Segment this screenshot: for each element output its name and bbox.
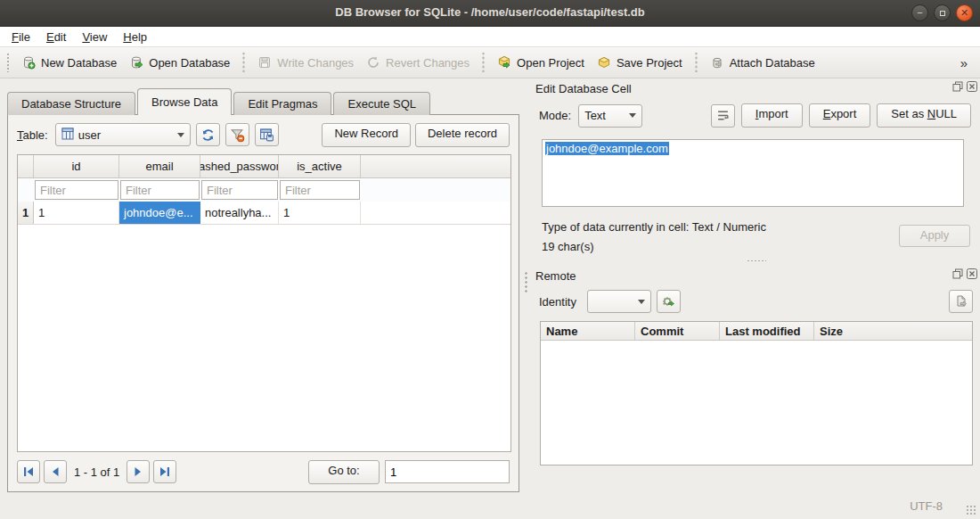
remote-files-table: Name Commit Last modified Size xyxy=(540,321,973,465)
filter-input-hashed-password[interactable] xyxy=(201,180,278,200)
resize-grip[interactable] xyxy=(966,505,976,515)
tab-database-structure[interactable]: Database Structure xyxy=(7,92,135,115)
apply-button: Apply xyxy=(899,225,970,247)
open-database-button[interactable]: Open Database xyxy=(123,52,236,73)
filter-cell xyxy=(119,179,200,201)
column-header-hashed-password[interactable]: ashed_passwor xyxy=(200,155,279,177)
first-page-button[interactable] xyxy=(17,460,40,483)
maximize-button[interactable] xyxy=(934,4,951,21)
filter-cell xyxy=(34,179,119,201)
new-database-button[interactable]: New Database xyxy=(15,52,123,73)
push-database-button[interactable] xyxy=(949,290,973,313)
menu-edit[interactable]: Edit xyxy=(38,29,74,45)
pagination-bar: 1 - 1 of 1 Go to: xyxy=(17,459,510,484)
tab-browse-data[interactable]: Browse Data xyxy=(137,88,232,115)
remote-column-last-modified[interactable]: Last modified xyxy=(720,322,814,340)
selected-cell-text: johndoe@example.com xyxy=(545,142,669,155)
remote-column-name[interactable]: Name xyxy=(541,322,635,340)
row-header[interactable]: 1 xyxy=(18,202,34,224)
revert-changes-button: Revert Changes xyxy=(360,52,476,73)
goto-button[interactable]: Go to: xyxy=(308,460,380,484)
horizontal-splitter[interactable] xyxy=(532,257,980,264)
toolbar-separator xyxy=(482,53,485,72)
revert-changes-icon xyxy=(366,55,380,70)
next-page-button[interactable] xyxy=(127,460,150,483)
import-button[interactable]: Import xyxy=(741,103,803,128)
titlebar[interactable]: DB Browser for SQLite - /home/user/code/… xyxy=(0,0,980,27)
cell-email-selected[interactable]: johndoe@e... xyxy=(119,202,200,224)
cell-value-editor[interactable]: johndoe@example.com xyxy=(542,139,964,207)
chevron-down-icon xyxy=(638,300,645,304)
write-changes-button: Write Changes xyxy=(251,52,360,73)
last-page-button[interactable] xyxy=(153,460,176,483)
cell-hashed-password[interactable]: notreallyha... xyxy=(200,202,279,224)
edit-cell-title: Edit Database Cell xyxy=(535,82,632,95)
menu-view[interactable]: View xyxy=(74,29,115,45)
vertical-splitter[interactable] xyxy=(522,268,529,298)
identity-settings-button[interactable] xyxy=(657,290,681,313)
menu-file[interactable]: File xyxy=(4,29,38,45)
toolbar-drag-handle[interactable] xyxy=(6,53,11,72)
attach-database-button[interactable]: Attach Database xyxy=(704,52,821,73)
identity-select[interactable] xyxy=(587,290,651,313)
filter-cell xyxy=(200,179,279,201)
new-record-button[interactable]: New Record xyxy=(322,123,411,147)
filter-input-email[interactable] xyxy=(120,180,200,200)
database-attach-icon xyxy=(710,55,724,70)
word-wrap-button[interactable] xyxy=(711,104,735,128)
refresh-button[interactable] xyxy=(196,123,220,146)
record-range: 1 - 1 of 1 xyxy=(74,465,119,479)
export-button[interactable]: Export xyxy=(809,103,871,128)
float-dock-button[interactable] xyxy=(951,268,963,279)
first-page-icon xyxy=(22,465,35,478)
database-open-icon xyxy=(129,55,143,70)
cell-char-count: 19 char(s) xyxy=(542,237,766,257)
menu-help[interactable]: Help xyxy=(115,29,155,45)
column-header-is-active[interactable]: is_active xyxy=(279,155,361,177)
identity-label: Identity xyxy=(539,295,576,309)
filter-input-is-active[interactable] xyxy=(280,180,360,200)
save-results-button[interactable] xyxy=(255,123,279,146)
edit-cell-dock-title: Edit Database Cell xyxy=(532,78,980,98)
mode-label: Mode: xyxy=(539,109,571,122)
close-button[interactable]: ✕ xyxy=(956,4,973,21)
clear-filters-button[interactable] xyxy=(225,123,249,146)
toolbar-overflow-button[interactable]: » xyxy=(953,55,975,70)
chevron-down-icon xyxy=(629,113,636,118)
save-project-button[interactable]: Save Project xyxy=(591,52,689,73)
data-grid: id email ashed_passwor is_active 1 1 joh… xyxy=(17,154,511,452)
grid-corner[interactable] xyxy=(18,155,34,177)
close-dock-button[interactable] xyxy=(966,80,977,92)
push-database-icon xyxy=(954,294,968,309)
next-page-icon xyxy=(132,465,144,478)
set-as-null-button[interactable]: Set as NULL xyxy=(877,103,971,128)
cell-id[interactable]: 1 xyxy=(34,202,119,224)
minimize-button[interactable]: − xyxy=(911,4,928,21)
column-header-email[interactable]: email xyxy=(119,155,200,177)
previous-page-button[interactable] xyxy=(44,460,67,483)
remote-column-commit[interactable]: Commit xyxy=(635,322,720,340)
mode-select[interactable]: Text xyxy=(578,104,642,128)
table-select[interactable]: user xyxy=(55,123,191,146)
splitter-dots xyxy=(747,260,766,262)
close-dock-button[interactable] xyxy=(966,268,977,279)
tab-edit-pragmas[interactable]: Edit Pragmas xyxy=(233,92,331,115)
main-tabbar: Database Structure Browse Data Edit Prag… xyxy=(7,90,432,115)
menubar: File Edit View Help xyxy=(0,27,980,47)
encoding-indicator[interactable]: UTF-8 xyxy=(910,499,943,513)
window-controls: − ✕ xyxy=(911,4,973,21)
toolbar-separator xyxy=(695,53,698,72)
open-project-button[interactable]: Open Project xyxy=(491,52,591,73)
goto-input[interactable] xyxy=(385,460,510,483)
float-dock-button[interactable] xyxy=(951,80,963,92)
tab-execute-sql[interactable]: Execute SQL xyxy=(333,92,430,115)
delete-record-button[interactable]: Delete record xyxy=(415,123,510,147)
write-changes-icon xyxy=(257,55,272,70)
word-wrap-icon xyxy=(716,109,730,122)
column-header-id[interactable]: id xyxy=(34,155,119,177)
remote-column-size[interactable]: Size xyxy=(814,322,972,340)
cell-is-active[interactable]: 1 xyxy=(279,202,361,224)
filter-input-id[interactable] xyxy=(35,180,118,200)
window-title: DB Browser for SQLite - /home/user/code/… xyxy=(0,5,980,19)
remote-title: Remote xyxy=(535,269,576,283)
